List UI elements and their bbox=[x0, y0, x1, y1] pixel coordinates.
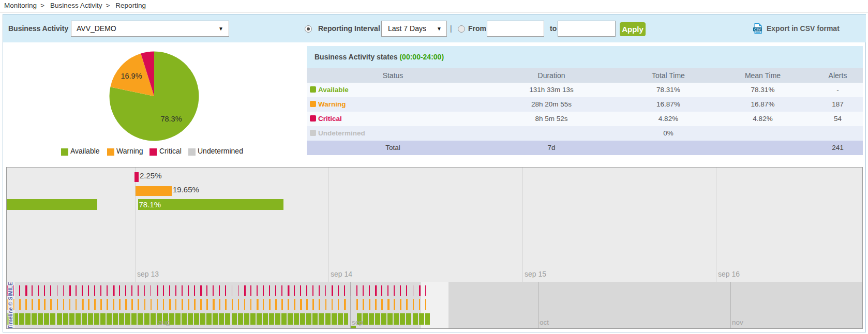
svg-text:16.9%: 16.9% bbox=[121, 72, 142, 80]
svg-text:78.3%: 78.3% bbox=[160, 115, 182, 123]
svg-text:CSV: CSV bbox=[754, 27, 761, 31]
